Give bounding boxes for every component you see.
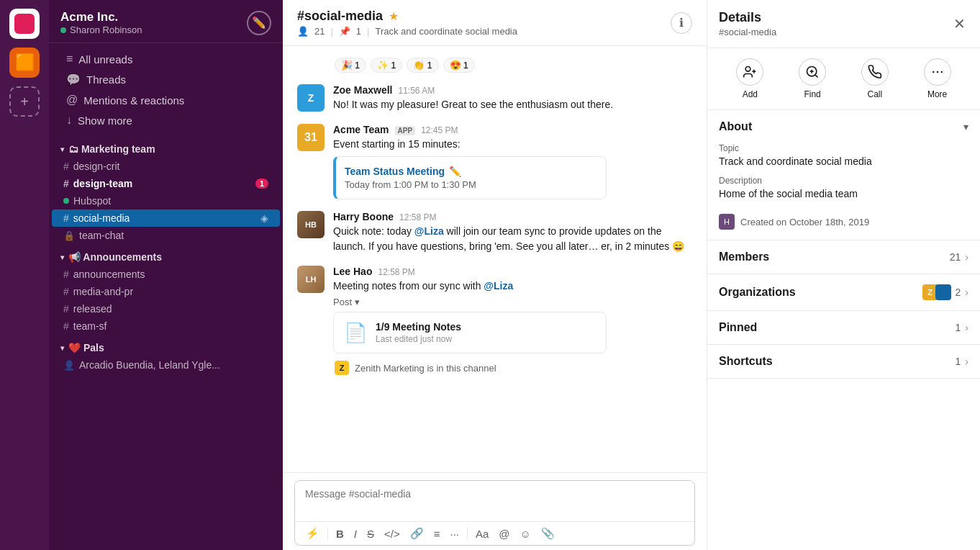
section-label: ❤️ Pals bbox=[68, 342, 104, 353]
channel-media-and-pr[interactable]: # media-and-pr bbox=[52, 283, 280, 300]
bookmark-icon: ◈ bbox=[260, 212, 268, 224]
channel-social-media[interactable]: # social-media ◈ bbox=[52, 209, 280, 227]
hash-icon: # bbox=[63, 161, 69, 172]
message-input-area: ⚡ B I S </> 🔗 ≡ ··· Aa @ ☺ 📎 bbox=[283, 472, 707, 550]
call-action[interactable]: Call bbox=[861, 58, 889, 99]
meeting-title-text: Team Status Meeting bbox=[345, 166, 445, 177]
username: Sharon Robinson bbox=[70, 24, 142, 35]
close-button[interactable]: ✕ bbox=[950, 12, 968, 35]
team-icon[interactable]: 🟧 bbox=[9, 48, 40, 78]
meeting-title: Team Status Meeting ✏️ bbox=[345, 166, 597, 177]
link-button[interactable]: 🔗 bbox=[407, 525, 427, 542]
mention: @Liza bbox=[484, 280, 513, 292]
channel-label: announcements bbox=[73, 269, 145, 280]
section-pals[interactable]: ▾ ❤️ Pals bbox=[49, 335, 283, 356]
dm-arcadio[interactable]: 👤 Arcadio Buendia, Leland Ygle... bbox=[52, 356, 280, 374]
nav-mentions[interactable]: @ Mentions & reactions bbox=[55, 90, 277, 110]
message-content: Zoe Maxwell 11:56 AM No! It was my pleas… bbox=[333, 84, 692, 112]
italic-button[interactable]: I bbox=[350, 526, 360, 542]
created-by: H Created on October 18th, 2019 bbox=[719, 208, 968, 230]
more-action[interactable]: More bbox=[924, 58, 951, 99]
message-text: No! It was my pleasure! Great to see the… bbox=[333, 97, 692, 112]
message-row: HB Harry Boone 12:58 PM Quick note: toda… bbox=[297, 208, 692, 257]
shortcuts-label: Shortcuts bbox=[719, 355, 773, 368]
nav-show-more[interactable]: ↓ Show more bbox=[55, 110, 277, 130]
message-time: 12:58 PM bbox=[399, 212, 436, 222]
message-time: 12:58 PM bbox=[378, 267, 414, 277]
reactions-bar: 🎉1 ✨1 👏1 😍1 bbox=[297, 55, 692, 81]
section-marketing[interactable]: ▾ 🗂 Marketing team bbox=[49, 136, 283, 158]
channel-design-team[interactable]: # design-team 1 bbox=[52, 175, 280, 192]
channel-announcements[interactable]: # announcements bbox=[52, 266, 280, 283]
shortcuts-row[interactable]: Shortcuts 1 › bbox=[707, 345, 980, 379]
bold-button[interactable]: B bbox=[332, 526, 348, 542]
list-button[interactable]: ≡ bbox=[430, 526, 444, 542]
about-toggle[interactable]: About ▾ bbox=[707, 110, 980, 143]
details-channel: #social-media bbox=[719, 27, 776, 37]
app-badge: APP bbox=[395, 126, 416, 135]
reaction-heart-eyes[interactable]: 😍1 bbox=[443, 58, 475, 73]
channel-design-crit[interactable]: # design-crit bbox=[52, 158, 280, 175]
hash-icon: # bbox=[63, 212, 69, 224]
chevron-down-icon: ▾ bbox=[963, 121, 968, 132]
post-card[interactable]: 📄 1/9 Meeting Notes Last edited just now bbox=[333, 312, 607, 353]
message-content: Harry Boone 12:58 PM Quick note: today @… bbox=[333, 211, 692, 254]
channel-team-sf[interactable]: # team-sf bbox=[52, 317, 280, 335]
message-row: 31 Acme Team APP 12:45 PM Event starting… bbox=[297, 121, 692, 202]
nav-threads[interactable]: 💬 Threads bbox=[55, 69, 277, 90]
message-author: Acme Team bbox=[333, 124, 389, 135]
meeting-card[interactable]: Team Status Meeting ✏️ Today from 1:00 P… bbox=[333, 156, 607, 199]
svg-point-7 bbox=[933, 71, 935, 73]
members-label: Members bbox=[719, 251, 769, 263]
code-button[interactable]: </> bbox=[381, 526, 404, 542]
nav-all-unreads[interactable]: ≡ All unreads bbox=[55, 49, 277, 69]
reaction-party[interactable]: 🎉1 bbox=[335, 58, 366, 73]
sidebar-header: Acme Inc. Sharon Robinson ✏️ bbox=[49, 0, 283, 43]
strikethrough-button[interactable]: S bbox=[363, 526, 378, 542]
messages-area: 🎉1 ✨1 👏1 😍1 Z Zoe Maxwell 11:56 AM No! I… bbox=[283, 46, 707, 472]
channel-hubspot[interactable]: Hubspot bbox=[52, 192, 280, 209]
details-actions: Add Find Call bbox=[707, 48, 980, 110]
avatar: 31 bbox=[297, 124, 325, 151]
message-text: Quick note: today @Liza will join our te… bbox=[333, 224, 692, 254]
nav-label: All unreads bbox=[78, 53, 132, 66]
message-input[interactable] bbox=[295, 481, 694, 518]
add-people-action[interactable]: Add bbox=[736, 58, 763, 99]
pinned-label: Pinned bbox=[719, 321, 757, 334]
workspace-info: Acme Inc. Sharon Robinson bbox=[60, 10, 142, 35]
channel-team-chat[interactable]: 🔒 team-chat bbox=[52, 227, 280, 244]
add-label: Add bbox=[743, 89, 758, 99]
members-row[interactable]: Members 21 › bbox=[707, 240, 980, 274]
pinned-row[interactable]: Pinned 1 › bbox=[707, 311, 980, 345]
mention-button[interactable]: @ bbox=[495, 526, 513, 542]
arrow-icon: ▾ bbox=[60, 344, 64, 352]
text-style-button[interactable]: Aa bbox=[472, 526, 492, 542]
message-time: 11:56 AM bbox=[398, 86, 435, 96]
star-icon[interactable]: ★ bbox=[389, 9, 399, 23]
sidebar: Acme Inc. Sharon Robinson ✏️ ≡ All unrea… bbox=[49, 0, 283, 550]
more-icon bbox=[924, 58, 951, 86]
nav-label: Show more bbox=[78, 114, 132, 127]
find-action[interactable]: Find bbox=[799, 58, 826, 99]
description-label: Description bbox=[719, 176, 968, 186]
organizations-row[interactable]: Organizations Z 2 › bbox=[707, 274, 980, 311]
description-value: Home of the social media team bbox=[719, 188, 968, 199]
section-announcements[interactable]: ▾ 📢 Announcements bbox=[49, 244, 283, 266]
workspace-icon[interactable] bbox=[9, 9, 40, 39]
channel-label: design-team bbox=[73, 178, 132, 189]
channel-released[interactable]: # released bbox=[52, 300, 280, 317]
threads-icon: 💬 bbox=[66, 73, 81, 86]
workspace-name[interactable]: Acme Inc. bbox=[60, 10, 142, 24]
reaction-sparkle[interactable]: ✨1 bbox=[371, 58, 402, 73]
pinned-count: 1 bbox=[956, 322, 961, 333]
dropdown-icon[interactable]: ▾ bbox=[355, 297, 360, 307]
lightning-button[interactable]: ⚡ bbox=[302, 525, 323, 542]
more-formatting-button[interactable]: ··· bbox=[446, 526, 463, 542]
info-button[interactable]: ℹ bbox=[671, 12, 692, 34]
online-indicator bbox=[60, 27, 66, 33]
add-workspace-button[interactable]: + bbox=[9, 86, 40, 117]
compose-button[interactable]: ✏️ bbox=[247, 11, 271, 35]
attach-button[interactable]: 📎 bbox=[537, 525, 558, 542]
emoji-button[interactable]: ☺ bbox=[517, 526, 535, 542]
reaction-clap[interactable]: 👏1 bbox=[407, 58, 438, 73]
